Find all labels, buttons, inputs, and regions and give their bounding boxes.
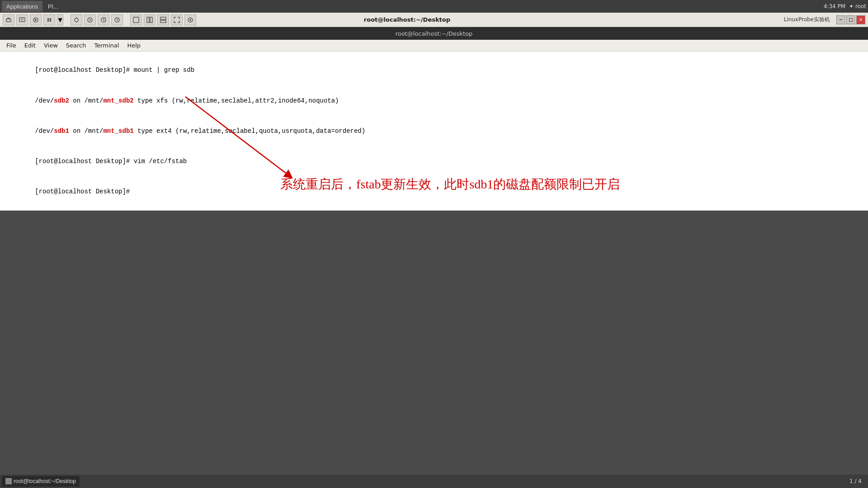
svg-point-18 [189, 19, 191, 21]
terminal-line-1: [root@localhost Desktop]# mount | grep s… [5, 55, 863, 85]
gnome-terminal-title: root@localhost:~/Desktop [396, 30, 473, 37]
user-label: ✦ root [849, 3, 866, 9]
svg-rect-16 [160, 20, 166, 23]
svg-point-2 [21, 19, 23, 20]
vm-btn-extra[interactable] [184, 14, 196, 25]
svg-rect-13 [147, 17, 149, 23]
cursor [130, 188, 133, 195]
svg-rect-5 [50, 18, 51, 22]
page-indicator: 1 / 4 [849, 478, 866, 484]
menu-edit[interactable]: Edit [21, 41, 39, 50]
vm-btn-1[interactable] [3, 14, 14, 25]
terminal-title: root@localhost:~/Desktop [364, 16, 450, 23]
terminal-line-4: [root@localhost Desktop]# vim /etc/fstab [5, 146, 863, 177]
vm-btn-3[interactable] [30, 14, 42, 25]
close-button[interactable]: ✕ [856, 15, 865, 24]
terminal-line-2: /dev/sdb2 on /mnt/mnt_sdb2 type xfs (rw,… [5, 85, 863, 116]
terminal-line-3: /dev/sdb1 on /mnt/mnt_sdb1 type ext4 (rw… [5, 116, 863, 146]
places-label: Pl... [48, 3, 58, 10]
vm-btn-view2[interactable] [144, 14, 156, 25]
vm-btn-2[interactable] [16, 14, 28, 25]
vm-btn-view3[interactable] [157, 14, 169, 25]
svg-rect-15 [160, 17, 166, 19]
svg-rect-14 [150, 17, 152, 23]
cmd-4: vim /etc/fstab [134, 158, 187, 165]
applications-label: Applications [6, 3, 38, 10]
menu-search[interactable]: Search [62, 41, 90, 50]
prompt-4: [root@localhost Desktop]# [35, 158, 133, 165]
svg-rect-4 [47, 18, 49, 22]
applications-menu[interactable]: Applications [2, 1, 42, 12]
line3-text: /dev/sdb1 on /mnt/mnt_sdb1 type ext4 (rw… [35, 127, 365, 135]
taskbar-label: root@localhost:~/Desktop [14, 478, 76, 484]
cmd-1: mount | grep sdb [134, 66, 194, 74]
menu-help[interactable]: Help [123, 41, 144, 50]
svg-rect-1 [19, 18, 25, 22]
svg-rect-0 [6, 19, 11, 22]
machine-label: LinuxProbe实验机 [784, 16, 830, 23]
vm-btn-snapshot[interactable] [71, 14, 82, 25]
menu-view[interactable]: View [40, 41, 61, 50]
vm-btn-clock2[interactable] [98, 14, 109, 25]
vm-btn-clock1[interactable] [84, 14, 96, 25]
places-menu[interactable]: Pl... [43, 1, 62, 12]
svg-point-6 [75, 18, 78, 22]
vm-btn-pause[interactable] [43, 14, 55, 25]
line2-text: /dev/sdb2 on /mnt/mnt_sdb2 type xfs (rw,… [35, 97, 339, 104]
vm-btn-dropdown[interactable]: ▼ [57, 14, 63, 25]
maximize-button[interactable]: □ [846, 15, 855, 24]
clock: 4:34 PM [824, 3, 845, 9]
vm-btn-clock3[interactable] [111, 14, 123, 25]
svg-rect-12 [133, 17, 139, 23]
menu-terminal[interactable]: Terminal [90, 41, 123, 50]
prompt-5: [root@localhost Desktop]# [35, 188, 130, 195]
prompt-1: [root@localhost Desktop]# [35, 66, 133, 74]
menu-file[interactable]: File [3, 41, 20, 50]
minimize-button[interactable]: ─ [836, 15, 845, 24]
vm-btn-view1[interactable] [130, 14, 142, 25]
terminal-line-5: [root@localhost Desktop]# [5, 177, 863, 207]
vm-btn-fullscreen[interactable] [171, 14, 183, 25]
taskbar-terminal-btn[interactable]: root@localhost:~/Desktop [2, 476, 80, 487]
taskbar-icon [5, 478, 12, 484]
